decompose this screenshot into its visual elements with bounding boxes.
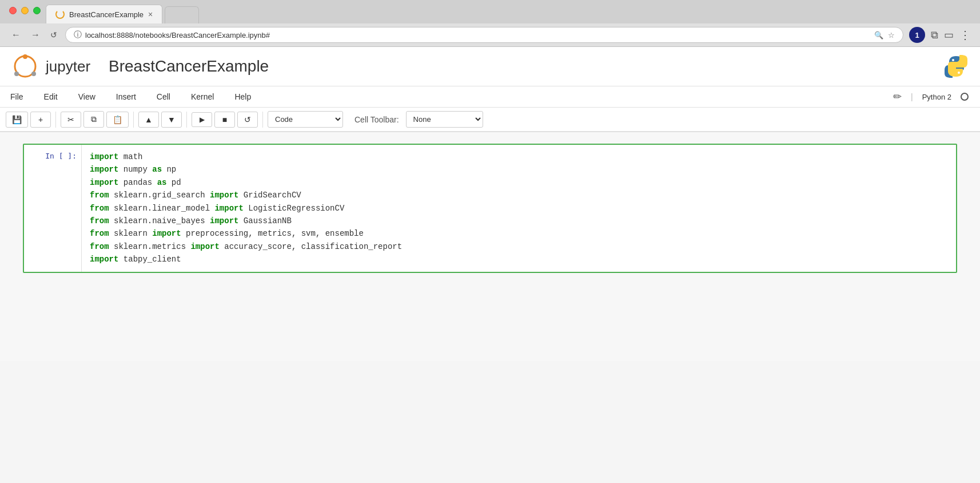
- save-button[interactable]: 💾: [6, 112, 28, 128]
- restart-button[interactable]: ↺: [237, 112, 258, 128]
- kw-import-6: import: [210, 216, 238, 225]
- bookmark-icon: ☆: [888, 31, 895, 39]
- code-line-3: import pandas as pd: [90, 176, 948, 189]
- python-logo-icon: [943, 54, 969, 79]
- svg-point-1: [23, 54, 27, 59]
- jupyter-header: jupyter BreastCancerExample: [0, 47, 980, 86]
- menu-cell[interactable]: Cell: [146, 89, 181, 105]
- menu-help[interactable]: Help: [224, 89, 261, 105]
- menu-icon[interactable]: ⋮: [959, 28, 971, 42]
- cell-label: In [ ]:: [24, 145, 81, 272]
- profile-badge[interactable]: 1: [909, 27, 925, 43]
- menu-bar: File Edit View Insert Cell Kernel Help ✏…: [0, 86, 980, 108]
- tab-close-button[interactable]: ×: [148, 10, 153, 19]
- kw-import-4: import: [210, 191, 238, 200]
- back-button[interactable]: ←: [9, 29, 23, 41]
- svg-point-4: [952, 59, 954, 61]
- kw-from-5: from: [90, 242, 109, 251]
- kw-from-4: from: [90, 229, 109, 238]
- kw-import-8: import: [190, 242, 219, 251]
- new-tab-area: [165, 6, 199, 23]
- browser-tab[interactable]: BreastCancerExample ×: [46, 5, 162, 23]
- extensions-icon[interactable]: ⧉: [931, 29, 938, 41]
- cell-type-select[interactable]: Code Markdown Raw NBConvert Heading: [268, 111, 343, 128]
- maximize-button[interactable]: [33, 7, 41, 14]
- move-down-button[interactable]: ▼: [161, 112, 182, 128]
- run-button[interactable]: ▶: [192, 112, 212, 127]
- menu-kernel[interactable]: Kernel: [181, 89, 224, 105]
- code-line-1: import math: [90, 151, 948, 163]
- sidebar-icon[interactable]: ▭: [944, 29, 954, 41]
- cell-container: In [ ]: import math import numpy as np i…: [23, 144, 957, 273]
- toolbar-separator-4: [262, 112, 263, 128]
- notebook-content: In [ ]: import math import numpy as np i…: [0, 132, 980, 361]
- kernel-status-icon: [961, 93, 969, 101]
- cell-editor[interactable]: import math import numpy as np import pa…: [81, 145, 956, 272]
- tab-title: BreastCancerExample: [69, 10, 144, 19]
- svg-point-2: [14, 72, 19, 76]
- menu-insert[interactable]: Insert: [106, 89, 146, 105]
- code-line-6: from sklearn.naive_bayes import Gaussian…: [90, 215, 948, 227]
- jupyter-wordmark: jupyter: [46, 58, 90, 76]
- kw-import-3: import: [90, 178, 118, 187]
- address-text: localhost:8888/notebooks/BreastCancerExa…: [85, 31, 871, 39]
- tab-spinner-icon: [55, 10, 65, 19]
- zoom-icon: 🔍: [874, 31, 883, 39]
- kw-import-1: import: [90, 152, 118, 161]
- code-cell[interactable]: In [ ]: import math import numpy as np i…: [23, 144, 957, 273]
- kernel-info: Python 2: [922, 93, 951, 101]
- move-up-button[interactable]: ▲: [138, 112, 159, 128]
- svg-point-3: [31, 72, 36, 76]
- code-line-9: import tabpy_client: [90, 253, 948, 266]
- minimize-button[interactable]: [21, 7, 29, 14]
- kw-import-7: import: [152, 229, 181, 238]
- notebook-title[interactable]: BreastCancerExample: [109, 57, 269, 76]
- kw-from-3: from: [90, 216, 109, 225]
- kw-import-5: import: [214, 204, 243, 213]
- kw-import-9: import: [90, 255, 118, 264]
- code-line-2: import numpy as np: [90, 163, 948, 176]
- address-bar[interactable]: ⓘ localhost:8888/notebooks/BreastCancerE…: [65, 27, 903, 43]
- code-line-5: from sklearn.linear_model import Logisti…: [90, 202, 948, 215]
- jupyter-logo-icon: [11, 53, 39, 80]
- edit-icon[interactable]: ✏: [893, 90, 902, 103]
- add-cell-button[interactable]: +: [30, 112, 51, 128]
- forward-button[interactable]: →: [29, 29, 42, 41]
- code-line-4: from sklearn.grid_search import GridSear…: [90, 189, 948, 201]
- jupyter-brand: jupyter BreastCancerExample: [11, 53, 269, 80]
- address-bar-icons: 🔍 ☆: [874, 31, 895, 39]
- kw-from-2: from: [90, 204, 109, 213]
- toolbar-separator-2: [133, 112, 134, 128]
- menu-edit[interactable]: Edit: [34, 89, 68, 105]
- kw-from-1: from: [90, 191, 109, 200]
- menu-items: File Edit View Insert Cell Kernel Help: [0, 89, 261, 105]
- menu-right: ✏ | Python 2: [893, 90, 980, 103]
- cut-button[interactable]: ✂: [61, 112, 81, 128]
- cell-toolbar-label: Cell Toolbar:: [354, 115, 399, 124]
- kw-import-2: import: [90, 165, 118, 174]
- toolbar: 💾 + ✂ ⧉ 📋 ▲ ▼ ▶ ■ ↺ Code Markdown Raw NB…: [0, 108, 980, 132]
- code-line-8: from sklearn.metrics import accuracy_sco…: [90, 240, 948, 253]
- close-button[interactable]: [9, 7, 17, 14]
- copy-button[interactable]: ⧉: [83, 111, 104, 128]
- toolbar-separator-3: [186, 112, 187, 128]
- toolbar-separator-1: [55, 112, 56, 128]
- stop-button[interactable]: ■: [214, 112, 235, 128]
- menu-file[interactable]: File: [0, 89, 34, 105]
- menu-view[interactable]: View: [68, 89, 106, 105]
- reload-button[interactable]: ↺: [48, 29, 59, 41]
- kw-as-1: as: [152, 165, 162, 174]
- info-icon: ⓘ: [74, 30, 82, 40]
- kw-as-2: as: [157, 178, 167, 187]
- paste-button[interactable]: 📋: [106, 112, 129, 128]
- cell-toolbar-select[interactable]: None Edit Metadata Raw Cell Format Slide…: [406, 111, 483, 128]
- code-line-7: from sklearn import preprocessing, metri…: [90, 227, 948, 240]
- svg-point-5: [958, 72, 960, 74]
